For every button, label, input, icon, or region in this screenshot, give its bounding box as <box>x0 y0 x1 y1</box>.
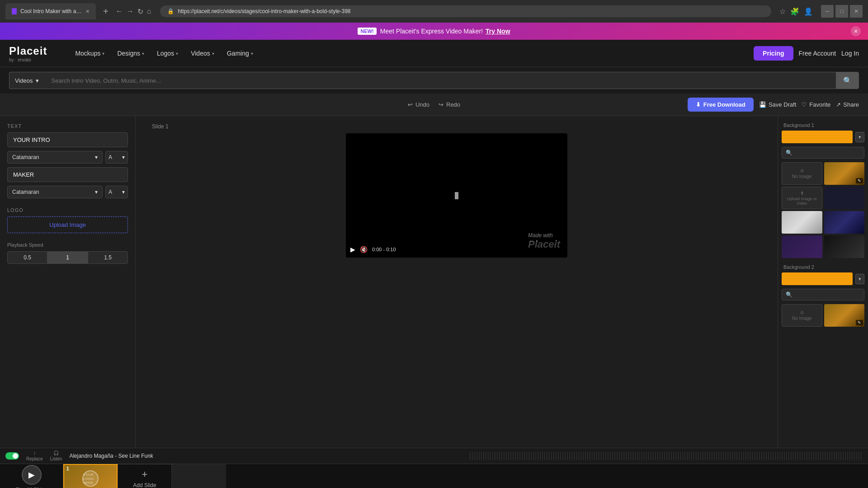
nav-videos[interactable]: Videos <box>185 47 220 60</box>
maximize-btn[interactable]: □ <box>835 5 848 18</box>
bookmark-icon[interactable]: ☆ <box>779 7 786 16</box>
speed-1[interactable]: 1 <box>47 251 88 264</box>
profile-icon[interactable]: 👤 <box>804 7 813 16</box>
audio-toggle[interactable] <box>5 452 19 460</box>
logo-text: Placeit <box>9 45 47 57</box>
search-type-select[interactable]: Videos ▾ <box>9 72 44 89</box>
nav-designs[interactable]: Designs <box>112 47 150 60</box>
bg2-thumb-warm[interactable]: ✎ <box>824 304 865 327</box>
back-btn[interactable]: ← <box>116 7 123 15</box>
browser-chrome: Cool Intro Maker with a Bold St... × + ←… <box>0 0 868 23</box>
logo-sub: by ∙ envato <box>9 57 47 62</box>
app-header: Placeit by ∙ envato Mockups Designs Logo… <box>0 40 868 67</box>
bg1-search[interactable] <box>782 147 864 159</box>
bg2-no-image[interactable]: ⊘ No Image <box>782 304 822 327</box>
maker-input[interactable] <box>7 167 128 182</box>
bg1-upload-box[interactable]: ⬆ Upload Image or Video <box>782 187 822 209</box>
video-area: Slide 1 Made with Placeit ▶ 🔇 0:00 - 0:1… <box>136 116 778 448</box>
try-now-link[interactable]: Try Now <box>486 28 510 35</box>
toolbar-right: ⬇ Free Download 💾 Save Draft ♡ Favorite … <box>688 98 859 112</box>
toolbar: ↩ Undo ↪ Redo ⬇ Free Download 💾 Save Dra… <box>0 94 868 116</box>
font-size-2[interactable]: A ▾ <box>105 186 128 198</box>
bg1-color-swatch[interactable] <box>782 131 853 143</box>
upload-image-btn[interactable]: Upload Image <box>7 216 128 233</box>
minimize-btn[interactable]: ─ <box>821 5 834 18</box>
no-image-icon: ⊘ <box>800 168 804 173</box>
home-btn[interactable]: ⌂ <box>147 7 151 15</box>
videos-chevron <box>212 51 214 56</box>
bg1-thumb-crowd[interactable] <box>824 235 865 258</box>
font-select-2[interactable]: Catamaran ▾ <box>7 186 103 198</box>
font-size-1[interactable]: A ▾ <box>105 151 128 164</box>
bg1-color-row: ▾ <box>782 131 864 143</box>
bg1-thumb-blue[interactable] <box>824 211 865 234</box>
cursor <box>455 192 458 199</box>
font-row-2: Catamaran ▾ A ▾ <box>7 186 128 198</box>
listen-icon: 🎧 <box>53 450 59 455</box>
main-nav: Mockups Designs Logos Videos Gaming <box>70 47 740 60</box>
redo-icon: ↪ <box>439 101 443 108</box>
font-select-1[interactable]: Catamaran ▾ <box>7 151 103 164</box>
bg1-color-chevron[interactable]: ▾ <box>855 132 864 142</box>
bg1-thumb-overlay: ✎ <box>856 178 863 183</box>
audio-bar: ↕ Replace 🎧 Listen Alejandro Magaña - Se… <box>0 448 868 464</box>
forward-btn[interactable]: → <box>127 7 134 15</box>
gaming-chevron <box>251 51 253 56</box>
tab-close-btn[interactable]: × <box>86 8 90 15</box>
time-display: 0:00 - 0:10 <box>372 247 396 252</box>
close-window-btn[interactable]: ✕ <box>850 5 863 18</box>
text-section: Text Catamaran ▾ A ▾ Catamaran ▾ <box>7 123 128 198</box>
bg1-grid: ⊘ No Image ✎ ⬆ Upload Image or Video <box>782 162 864 258</box>
your-intro-input[interactable] <box>7 132 128 147</box>
play-all-btn[interactable]: ▶ <box>22 465 42 485</box>
favorite-btn[interactable]: ♡ Favorite <box>802 101 830 108</box>
new-tab-btn[interactable]: + <box>99 5 112 19</box>
search-input[interactable] <box>44 72 836 89</box>
slide-1-thumb[interactable]: 1 YOUR LOGO HERE <box>63 464 118 488</box>
address-bar[interactable]: 🔒 https://placeit.net/c/videos/stages/co… <box>160 5 771 17</box>
promo-close-btn[interactable]: × <box>851 26 861 36</box>
redo-btn[interactable]: ↪ Redo <box>439 101 460 108</box>
free-download-btn[interactable]: ⬇ Free Download <box>688 98 754 112</box>
mute-btn[interactable]: 🔇 <box>360 246 368 253</box>
bg1-thumb-dark[interactable] <box>824 187 865 209</box>
bg2-color-chevron[interactable]: ▾ <box>855 274 864 284</box>
search-type-chevron: ▾ <box>36 77 39 84</box>
share-btn[interactable]: ↗ Share <box>836 101 859 108</box>
speed-0-5[interactable]: 0.5 <box>7 251 47 264</box>
nav-gaming[interactable]: Gaming <box>222 47 259 60</box>
speed-1-5[interactable]: 1.5 <box>88 251 128 264</box>
bg1-thumb-concert[interactable] <box>782 235 822 258</box>
add-slide-section[interactable]: + Add Slide <box>118 464 172 488</box>
refresh-btn[interactable]: ↻ <box>137 7 143 16</box>
logos-chevron <box>176 51 178 56</box>
bg2-search[interactable] <box>782 289 864 300</box>
add-icon: + <box>142 469 148 480</box>
extensions-icon[interactable]: 🧩 <box>790 7 799 16</box>
bg2-thumb-overlay: ✎ <box>856 320 863 325</box>
bg1-no-image[interactable]: ⊘ No Image <box>782 162 822 185</box>
bg1-thumb-warm[interactable]: ✎ <box>824 162 865 185</box>
slide-thumb-content: YOUR LOGO HERE <box>64 465 117 488</box>
download-icon: ⬇ <box>696 101 701 108</box>
logo[interactable]: Placeit by ∙ envato <box>9 45 47 62</box>
search-btn[interactable]: 🔍 <box>836 72 859 89</box>
undo-btn[interactable]: ↩ Undo <box>408 101 429 108</box>
save-draft-btn[interactable]: 💾 Save Draft <box>759 101 796 108</box>
designs-chevron <box>142 51 144 56</box>
nav-logos[interactable]: Logos <box>151 47 184 60</box>
login-btn[interactable]: Log In <box>841 50 859 57</box>
listen-audio-btn[interactable]: 🎧 Listen <box>50 450 62 461</box>
nav-mockups[interactable]: Mockups <box>70 47 110 60</box>
replace-audio-btn[interactable]: ↕ Replace <box>26 450 43 461</box>
bg2-color-swatch[interactable] <box>782 272 853 285</box>
font-row-1: Catamaran ▾ A ▾ <box>7 151 128 164</box>
playback-section: Playback Speed 0.5 1 1.5 <box>7 242 128 264</box>
browser-controls: ← → ↻ ⌂ <box>116 7 151 16</box>
bg1-thumb-marble[interactable] <box>782 211 822 234</box>
pricing-btn[interactable]: Pricing <box>754 46 793 61</box>
logo-label: Logo <box>7 207 128 213</box>
play-btn[interactable]: ▶ <box>350 246 355 253</box>
free-account-btn[interactable]: Free Account <box>799 50 836 57</box>
browser-tab[interactable]: Cool Intro Maker with a Bold St... × <box>5 3 96 19</box>
